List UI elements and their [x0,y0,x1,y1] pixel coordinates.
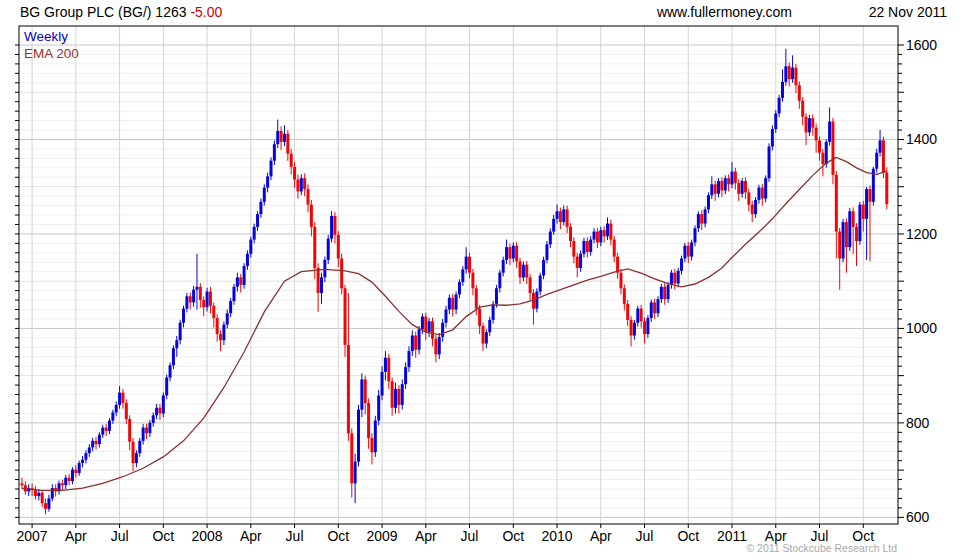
x-axis-label: 2007 [17,528,48,544]
x-axis-label: Apr [65,528,87,544]
candle-body [492,304,495,320]
x-axis-label: Oct [152,528,174,544]
candle-body [741,181,744,194]
candle-body [855,227,858,241]
candle-body [21,483,24,485]
candle-body [784,66,787,82]
candle-body [293,167,296,180]
candle-body [714,184,717,193]
candle-body [276,131,279,144]
candle-body [606,224,609,237]
candle-body [475,288,478,308]
candle-body [421,317,424,330]
candle-body [576,257,579,268]
candle-body [455,294,458,309]
candle-body [374,421,377,453]
candle-body [788,66,791,79]
candle-body [764,178,767,198]
candle-body [414,335,417,349]
candle-body [61,483,64,485]
candle-body [838,232,841,259]
candle-body [731,172,734,185]
candle-body [219,334,222,340]
candle-body [307,189,310,205]
candle-body [391,381,394,407]
candle-body [818,140,821,152]
candle-body [259,202,262,214]
x-axis-label: Jul [461,528,479,544]
candle-body [566,209,569,226]
ema-200-line [22,157,887,490]
candle-body [424,317,427,333]
candle-body [535,292,538,309]
candle-body [754,200,757,214]
candle-body [683,246,686,259]
x-axis-label: Jul [111,528,129,544]
candle-body [222,325,225,341]
candle-body [142,428,145,441]
candle-body [431,321,434,338]
candle-body [771,129,774,146]
candle-body [270,161,273,177]
candle-body [132,442,135,463]
candle-body [434,339,437,355]
candle-body [367,403,370,438]
candle-body [108,421,111,431]
candle-body [519,261,522,277]
candle-body [354,462,357,484]
website-label: www.fullermoney.com [600,4,792,20]
candle-body [236,277,239,286]
candle-body [418,329,421,349]
candle-body [182,309,185,323]
candle-body [751,205,754,214]
candle-body [162,395,165,413]
x-axis-label: Apr [240,528,262,544]
candle-body [138,441,141,453]
candle-body [744,181,747,192]
candle-body [37,493,40,496]
candle-body [175,340,178,348]
candle-body [630,320,633,336]
candle-body [865,189,868,219]
candle-body [613,240,616,257]
candle-body [505,247,508,260]
candle-body [808,118,811,132]
candle-body [663,287,666,299]
y-axis-label: 1000 [906,320,937,336]
candle-body [266,176,269,187]
candle-body [78,463,81,473]
candle-body [152,415,155,423]
price-chart: 60080010001200140016002007AprJulOct2008A… [0,0,980,560]
candle-body [179,323,182,340]
candle-body [68,478,71,481]
candle-body [821,153,824,164]
candle-body [828,122,831,142]
candle-body [458,282,461,294]
candle-body [656,299,659,313]
price-change: -5.00 [187,4,223,20]
candle-body [428,321,431,332]
candle-body [465,257,468,270]
date-label: 22 Nov 2011 [800,4,947,20]
candle-body [697,214,700,228]
candle-body [283,134,286,142]
candle-body [882,140,885,172]
candle-body [586,241,589,252]
candle-body [394,389,397,408]
candle-body [330,216,333,239]
candle-body [717,181,720,194]
x-axis-label: 2008 [191,528,222,544]
candle-body [71,470,74,481]
candle-body [300,178,303,191]
candle-body [111,412,114,420]
candle-body [522,265,525,278]
candle-body [761,188,764,199]
candle-body [582,241,585,254]
candle-body [539,276,542,292]
candle-body [74,470,77,473]
candle-body [290,154,293,167]
candle-body [155,408,158,416]
copyright-notice: © 2011 Stockcube Research Ltd [600,542,897,554]
candle-body [727,178,730,184]
instrument-and-price: BG Group PLC (BG/) 1263 [20,4,187,20]
